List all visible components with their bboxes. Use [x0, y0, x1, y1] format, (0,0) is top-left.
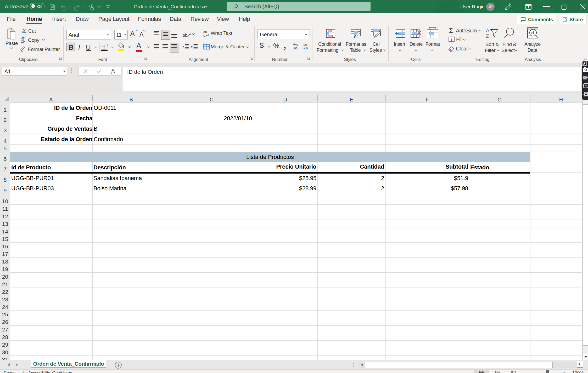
svg-text:ab: ab [183, 33, 187, 37]
svg-text:A: A [486, 28, 489, 33]
svg-text:ab: ab [203, 30, 207, 34]
svg-text:c: c [203, 34, 205, 37]
svg-text:.0: .0 [305, 47, 308, 50]
svg-text:0: 0 [296, 43, 298, 46]
svg-text:.00: .00 [303, 43, 307, 46]
svg-text:.00: .00 [293, 47, 298, 50]
svg-text:Z: Z [486, 33, 489, 39]
